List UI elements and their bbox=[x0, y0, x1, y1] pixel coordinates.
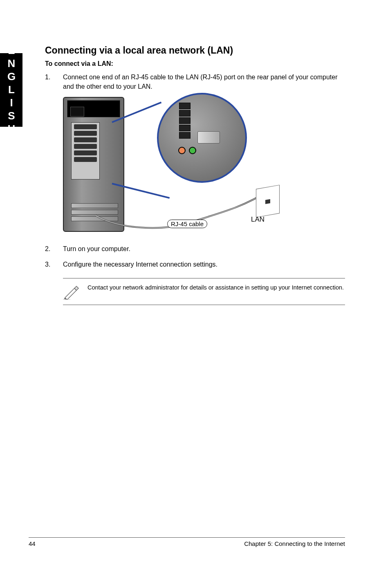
page-content: Connecting via a local area network (LAN… bbox=[45, 45, 345, 305]
steps-list-continued: 2. Turn on your computer. 3. Configure t… bbox=[45, 244, 345, 269]
page-number: 44 bbox=[29, 540, 36, 547]
chapter-label: Chapter 5: Connecting to the Internet bbox=[244, 540, 345, 547]
note-text: Contact your network administrator for d… bbox=[87, 283, 344, 292]
pencil-note-icon bbox=[63, 283, 79, 300]
step-number: 3. bbox=[45, 260, 63, 269]
psu-icon bbox=[70, 107, 84, 117]
cable-label: RJ-45 cable bbox=[167, 220, 207, 228]
step-item: 1. Connect one end of an RJ-45 cable to … bbox=[45, 72, 345, 91]
step-text: Connect one end of an RJ-45 cable to the… bbox=[63, 72, 345, 91]
note-callout: Contact your network administrator for d… bbox=[63, 278, 345, 305]
lan-wall-socket bbox=[256, 185, 280, 218]
rj45-plug-icon bbox=[197, 131, 220, 144]
step-number: 1. bbox=[45, 72, 63, 91]
step-text: Configure the necessary Internet connect… bbox=[63, 260, 217, 269]
section-subheading: To connect via a LAN: bbox=[45, 60, 345, 67]
step-number: 2. bbox=[45, 244, 63, 254]
step-item: 3. Configure the necessary Internet conn… bbox=[45, 260, 345, 269]
language-tab-label: ENGLISH bbox=[5, 44, 18, 136]
section-heading: Connecting via a local area network (LAN… bbox=[45, 45, 345, 56]
language-tab: ENGLISH bbox=[0, 53, 22, 127]
step-text: Turn on your computer. bbox=[63, 244, 130, 254]
lan-connection-figure: RJ-45 cable LAN bbox=[63, 97, 284, 232]
step-item: 2. Turn on your computer. bbox=[45, 244, 345, 254]
lan-label: LAN bbox=[251, 215, 264, 224]
page-footer: 44 Chapter 5: Connecting to the Internet bbox=[29, 537, 345, 547]
steps-list: 1. Connect one end of an RJ-45 cable to … bbox=[45, 72, 345, 91]
